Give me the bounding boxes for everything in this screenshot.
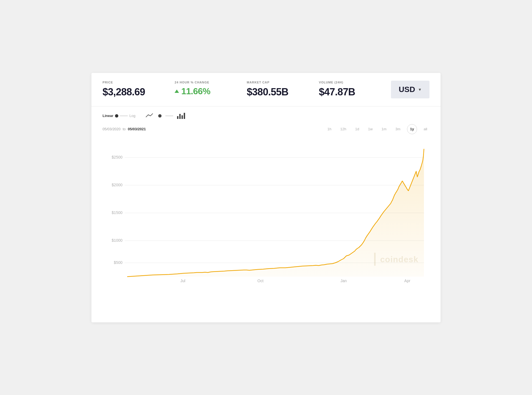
chart-controls: Linear Log [91, 106, 441, 122]
date-range-text: 05/03/2020 to 05/03/2021 [103, 127, 146, 131]
currency-arrow-icon: ▼ [418, 87, 422, 92]
bar-chart-icon[interactable] [177, 113, 185, 119]
svg-text:$1000: $1000 [112, 238, 122, 243]
marketcap-label: MARKET CAP [247, 81, 319, 84]
svg-text:Apr: Apr [404, 279, 410, 283]
svg-text:$2500: $2500 [112, 155, 122, 159]
chart-area: $2500 $2000 $1500 $1000 $500 Jul Oct Jan… [91, 138, 441, 290]
change-block: 24 HOUR % CHANGE 11.66% [175, 81, 247, 98]
time-btn-1h[interactable]: 1h [325, 126, 334, 132]
time-btn-1m[interactable]: 1m [379, 126, 389, 132]
change-value: 11.66% [175, 86, 247, 96]
currency-button[interactable]: USD ▼ [391, 81, 429, 98]
svg-text:$500: $500 [114, 260, 122, 265]
price-label: PRICE [103, 81, 175, 84]
time-btn-1w[interactable]: 1w [366, 126, 375, 132]
marketcap-value: $380.55B [247, 86, 319, 98]
stats-row: PRICE $3,288.69 24 HOUR % CHANGE 11.66% … [91, 73, 441, 106]
volume-value: $47.87B [319, 86, 391, 98]
chart-type-icons [145, 113, 185, 119]
svg-text:$1500: $1500 [112, 210, 122, 215]
line-chart-dot-icon [158, 114, 162, 118]
marketcap-block: MARKET CAP $380.55B [247, 81, 319, 98]
log-label[interactable]: Log [129, 114, 135, 118]
svg-text:Jan: Jan [341, 279, 347, 283]
coindesk-watermark: ⎜ coindesk [373, 253, 418, 266]
price-value: $3,288.69 [103, 86, 175, 98]
scale-toggle: Linear Log [103, 114, 135, 118]
up-arrow-icon [175, 90, 179, 93]
volume-block: VOLUME (24H) $47.87B [319, 81, 391, 98]
time-buttons: 1h 12h 1d 1w 1m 3m 1y all [325, 124, 429, 134]
time-btn-12h[interactable]: 12h [338, 126, 349, 132]
time-btn-all[interactable]: all [421, 126, 429, 132]
price-block: PRICE $3,288.69 [103, 81, 175, 98]
time-btn-1y[interactable]: 1y [407, 124, 417, 134]
linear-dot-icon [115, 114, 118, 118]
svg-text:Oct: Oct [257, 279, 264, 283]
svg-text:$2000: $2000 [112, 183, 122, 187]
toggle-line-icon [120, 116, 128, 116]
currency-label: USD [399, 85, 415, 94]
date-range-row: 05/03/2020 to 05/03/2021 1h 12h 1d 1w 1m… [91, 122, 441, 138]
volume-label: VOLUME (24H) [319, 81, 391, 84]
change-label: 24 HOUR % CHANGE [175, 81, 247, 84]
main-card: PRICE $3,288.69 24 HOUR % CHANGE 11.66% … [91, 73, 441, 322]
time-btn-1d[interactable]: 1d [353, 126, 361, 132]
line-chart-toggle-icon [165, 116, 173, 116]
svg-text:Jul: Jul [180, 279, 185, 283]
line-chart-icon[interactable] [145, 113, 154, 119]
linear-label[interactable]: Linear [103, 114, 113, 118]
time-btn-3m[interactable]: 3m [393, 126, 403, 132]
